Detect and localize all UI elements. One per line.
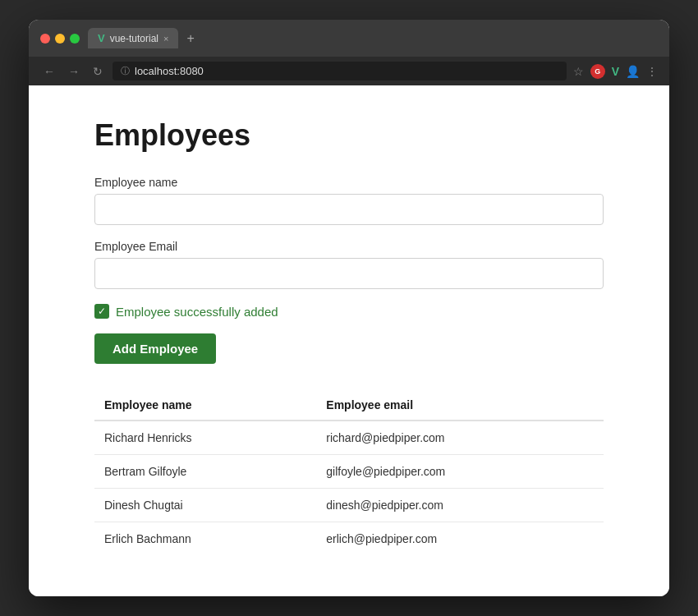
forward-button[interactable]: → [65,63,83,80]
tab-bar: V vue-tutorial × + [88,28,658,48]
tab-close-icon[interactable]: × [163,34,168,44]
col-email-header: Employee email [316,390,604,421]
minimize-button[interactable] [55,34,65,44]
url-text: localhost:8080 [135,65,204,77]
page-title: Employees [94,118,604,153]
maximize-button[interactable] [70,34,80,44]
email-input[interactable] [94,258,604,289]
table-row: Erlich Bachmann erlich@piedpiper.com [94,522,604,556]
close-button[interactable] [40,34,50,44]
tab-title: vue-tutorial [110,33,158,44]
employee-name-cell: Erlich Bachmann [94,522,316,556]
toolbar-right: ☆ G V 👤 ⋮ [573,64,658,79]
employee-email-cell: gilfoyle@piedpiper.com [316,455,604,489]
active-tab[interactable]: V vue-tutorial × [88,28,178,48]
employee-name-cell: Richard Henricks [94,421,316,455]
col-name-header: Employee name [94,390,316,421]
extension-badge[interactable]: G [590,64,605,79]
employee-name-cell: Bertram Gilfoyle [94,455,316,489]
menu-icon[interactable]: ⋮ [646,65,658,78]
traffic-lights [40,34,80,44]
back-button[interactable]: ← [40,63,58,80]
employee-email-cell: richard@piedpiper.com [316,421,604,455]
employee-email-cell: erlich@piedpiper.com [316,522,604,556]
address-field[interactable]: ⓘ localhost:8080 [113,62,567,80]
success-text: Employee successfully added [116,305,278,319]
name-input[interactable] [94,194,604,225]
employee-name-cell: Dinesh Chugtai [94,489,316,522]
browser-window: V vue-tutorial × + ← → ↻ ⓘ localhost:808… [29,20,669,596]
page-content: Employees Employee name Employee Email ✓… [29,85,669,596]
table-row: Dinesh Chugtai dinesh@piedpiper.com [94,489,604,522]
name-label: Employee name [94,176,604,189]
email-label: Employee Email [94,240,604,253]
title-bar: V vue-tutorial × + [29,20,669,57]
bookmark-icon[interactable]: ☆ [573,65,584,78]
vue-extension-icon[interactable]: V [612,65,619,78]
employee-table: Employee name Employee email Richard Hen… [94,390,604,555]
table-header-row: Employee name Employee email [94,390,604,421]
success-message: ✓ Employee successfully added [94,304,604,319]
reload-button[interactable]: ↻ [90,63,106,80]
employee-form: Employee name Employee Email ✓ Employee … [94,176,604,390]
table-row: Bertram Gilfoyle gilfoyle@piedpiper.com [94,455,604,489]
add-employee-button[interactable]: Add Employee [94,333,216,364]
profile-icon[interactable]: 👤 [626,65,640,78]
new-tab-button[interactable]: + [183,31,197,46]
vue-tab-icon: V [98,32,105,44]
lock-icon: ⓘ [121,65,130,77]
address-bar: ← → ↻ ⓘ localhost:8080 ☆ G V 👤 ⋮ [29,57,669,85]
success-checkbox-icon: ✓ [94,304,109,319]
table-row: Richard Henricks richard@piedpiper.com [94,421,604,455]
employee-email-cell: dinesh@piedpiper.com [316,489,604,522]
